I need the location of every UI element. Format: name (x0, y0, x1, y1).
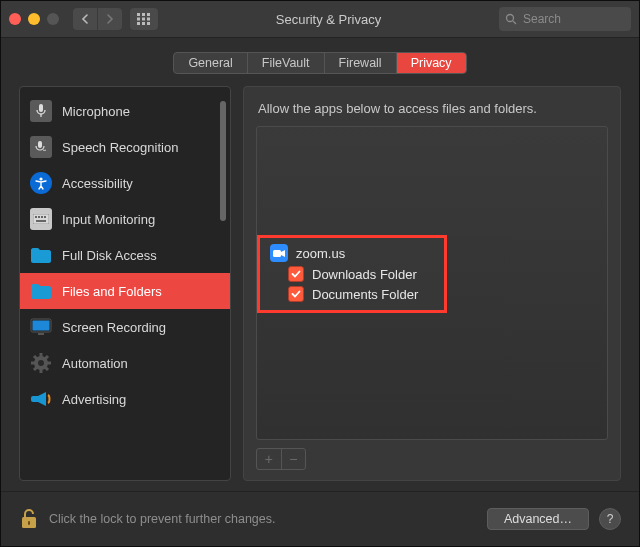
svg-rect-11 (39, 104, 43, 112)
grid-icon (137, 13, 151, 25)
svg-rect-5 (147, 18, 150, 21)
svg-rect-13 (38, 141, 42, 148)
svg-rect-1 (142, 13, 145, 16)
search-field[interactable] (499, 7, 631, 31)
nav-buttons (73, 8, 122, 30)
svg-rect-22 (33, 321, 50, 331)
lock-button[interactable] (19, 508, 39, 530)
sidebar-item-input-monitoring[interactable]: Input Monitoring (20, 201, 230, 237)
show-all-button[interactable] (130, 8, 158, 30)
tab-filevault[interactable]: FileVault (248, 53, 325, 73)
minimize-window-button[interactable] (28, 13, 40, 25)
svg-rect-0 (137, 13, 140, 16)
svg-rect-3 (137, 18, 140, 21)
sidebar-item-automation[interactable]: Automation (20, 345, 230, 381)
svg-rect-23 (38, 333, 44, 335)
preferences-window: Security & Privacy General FileVault Fir… (0, 0, 640, 547)
sidebar-item-full-disk[interactable]: Full Disk Access (20, 237, 230, 273)
app-name: zoom.us (296, 246, 345, 261)
scrollbar-thumb[interactable] (220, 101, 226, 221)
tab-firewall[interactable]: Firewall (325, 53, 397, 73)
advanced-button[interactable]: Advanced… (487, 508, 589, 530)
sidebar-item-label: Accessibility (62, 176, 133, 191)
tab-privacy[interactable]: Privacy (397, 53, 466, 73)
folder-icon (30, 244, 52, 266)
chevron-left-icon (81, 14, 89, 24)
close-window-button[interactable] (9, 13, 21, 25)
svg-point-9 (507, 15, 514, 22)
check-icon (291, 289, 301, 299)
sidebar-item-label: Speech Recognition (62, 140, 178, 155)
titlebar: Security & Privacy (1, 1, 639, 38)
add-remove-buttons: + − (256, 448, 306, 470)
documents-checkbox[interactable] (288, 286, 304, 302)
sidebar-item-speech[interactable]: Speech Recognition (20, 129, 230, 165)
tabs: General FileVault Firewall Privacy (173, 52, 466, 74)
lock-open-icon (20, 508, 38, 530)
sidebar-item-label: Microphone (62, 104, 130, 119)
svg-rect-15 (33, 214, 49, 224)
sidebar-item-microphone[interactable]: Microphone (20, 93, 230, 129)
megaphone-icon (30, 388, 52, 410)
tab-general[interactable]: General (174, 53, 247, 73)
sidebar-item-advertising[interactable]: Advertising (20, 381, 230, 417)
help-button[interactable]: ? (599, 508, 621, 530)
zoom-app-icon (270, 244, 288, 262)
sidebar-item-label: Files and Folders (62, 284, 162, 299)
check-icon (291, 269, 301, 279)
body: Microphone Speech Recognition Accessibil… (1, 86, 639, 491)
keyboard-icon (30, 208, 52, 230)
svg-line-10 (513, 21, 516, 24)
svg-rect-34 (273, 250, 281, 257)
scrollbar[interactable] (220, 101, 226, 251)
svg-rect-16 (35, 216, 37, 218)
svg-line-32 (34, 367, 37, 370)
sidebar-item-label: Full Disk Access (62, 248, 157, 263)
permission-row: Downloads Folder (288, 266, 434, 282)
svg-line-31 (45, 367, 48, 370)
microphone-icon (30, 100, 52, 122)
forward-button[interactable] (98, 8, 122, 30)
tab-row: General FileVault Firewall Privacy (1, 38, 639, 86)
sidebar-item-label: Automation (62, 356, 128, 371)
svg-rect-18 (41, 216, 43, 218)
chevron-right-icon (106, 14, 114, 24)
accessibility-icon (30, 172, 52, 194)
app-row: zoom.us (270, 244, 434, 262)
sidebar-item-label: Screen Recording (62, 320, 166, 335)
svg-rect-17 (38, 216, 40, 218)
allow-description: Allow the apps below to access files and… (258, 101, 606, 116)
sidebar-item-files-folders[interactable]: Files and Folders (20, 273, 230, 309)
svg-rect-4 (142, 18, 145, 21)
remove-button[interactable]: − (282, 449, 306, 469)
privacy-category-list: Microphone Speech Recognition Accessibil… (19, 86, 231, 481)
downloads-checkbox[interactable] (288, 266, 304, 282)
svg-line-33 (45, 356, 48, 359)
svg-rect-8 (147, 22, 150, 25)
speech-icon (30, 136, 52, 158)
search-icon (505, 13, 517, 25)
detail-pane: Allow the apps below to access files and… (243, 86, 621, 481)
search-input[interactable] (521, 11, 615, 27)
sidebar-item-screen-recording[interactable]: Screen Recording (20, 309, 230, 345)
permission-label: Documents Folder (312, 287, 418, 302)
footer: Click the lock to prevent further change… (1, 491, 639, 546)
gear-icon (30, 352, 52, 374)
svg-rect-6 (137, 22, 140, 25)
zoom-window-button[interactable] (47, 13, 59, 25)
svg-line-30 (34, 356, 37, 359)
back-button[interactable] (73, 8, 98, 30)
monitor-icon (30, 316, 52, 338)
add-button[interactable]: + (257, 449, 282, 469)
svg-rect-19 (44, 216, 46, 218)
window-title: Security & Privacy (166, 12, 491, 27)
sidebar-item-label: Input Monitoring (62, 212, 155, 227)
window-controls (9, 13, 59, 25)
app-permission-area: zoom.us Downloads Folder Documents Folde… (256, 126, 608, 440)
svg-point-14 (39, 177, 42, 180)
sidebar-item-accessibility[interactable]: Accessibility (20, 165, 230, 201)
svg-point-25 (38, 360, 44, 366)
sidebar-item-label: Advertising (62, 392, 126, 407)
svg-rect-36 (28, 521, 30, 525)
highlighted-app-box: zoom.us Downloads Folder Documents Folde… (257, 235, 447, 313)
